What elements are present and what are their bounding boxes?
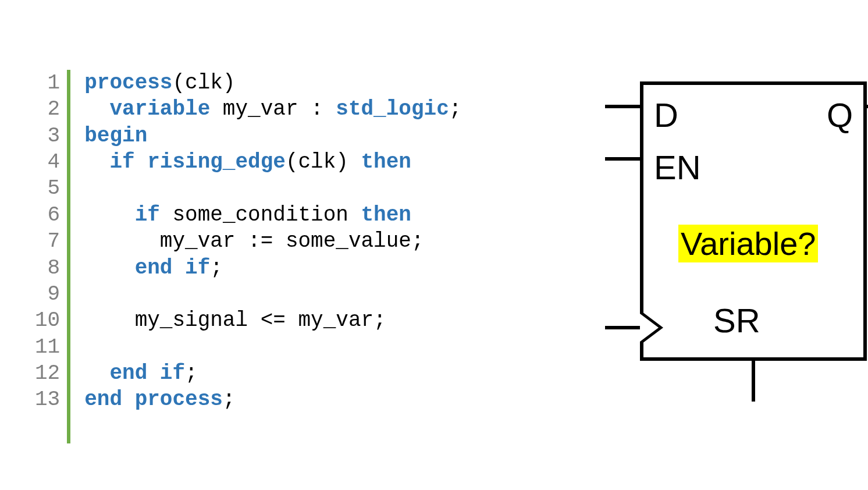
line-number: 5 bbox=[35, 175, 60, 201]
code-line: end if; bbox=[84, 360, 461, 386]
keyword-token: end if bbox=[135, 256, 211, 280]
line-number: 2 bbox=[35, 96, 60, 122]
code-token: ; bbox=[223, 388, 236, 411]
line-number: 1 bbox=[35, 70, 60, 96]
code-token: ; bbox=[449, 97, 462, 121]
line-number: 3 bbox=[35, 123, 60, 149]
code-line: if some_condition then bbox=[84, 202, 461, 228]
line-number-gutter: 12345678910111213 bbox=[35, 70, 70, 443]
code-token bbox=[84, 150, 109, 174]
code-panel: 12345678910111213 process(clk) variable … bbox=[35, 70, 541, 443]
keyword-token: then bbox=[361, 150, 411, 174]
keyword-token: begin bbox=[84, 124, 147, 148]
code-token: (clk) bbox=[172, 71, 235, 95]
code-token: (clk) bbox=[286, 150, 361, 174]
keyword-token: process bbox=[84, 71, 172, 95]
code-token bbox=[84, 203, 134, 227]
code-line: end process; bbox=[84, 386, 461, 413]
code-line: if rising_edge(clk) then bbox=[84, 149, 461, 175]
wire-d bbox=[605, 105, 640, 108]
line-number: 13 bbox=[35, 386, 60, 413]
keyword-token: variable bbox=[109, 97, 210, 121]
code-line: variable my_var : std_logic; bbox=[84, 96, 461, 122]
line-number: 6 bbox=[35, 202, 60, 228]
code-line: process(clk) bbox=[84, 70, 461, 96]
keyword-token: if bbox=[135, 203, 160, 227]
line-number: 8 bbox=[35, 255, 60, 281]
code-line: begin bbox=[84, 123, 461, 149]
keyword-token: if rising_edge bbox=[109, 150, 285, 174]
clock-edge-icon-fill bbox=[640, 314, 659, 342]
code-line bbox=[84, 281, 461, 307]
slide-container: 12345678910111213 process(clk) variable … bbox=[0, 0, 868, 490]
flipflop-box: D Q EN Variable? SR bbox=[640, 81, 867, 361]
code-line bbox=[84, 334, 461, 360]
line-number: 10 bbox=[35, 307, 60, 333]
keyword-token: then bbox=[361, 203, 411, 227]
flipflop-diagram: D Q EN Variable? SR bbox=[541, 70, 833, 443]
port-label-sr: SR bbox=[713, 301, 760, 340]
code-line bbox=[84, 175, 461, 201]
port-label-d: D bbox=[654, 95, 678, 134]
line-number: 12 bbox=[35, 360, 60, 386]
line-number: 4 bbox=[35, 149, 60, 175]
code-token bbox=[84, 361, 109, 385]
code-token: ; bbox=[210, 256, 223, 280]
wire-sr bbox=[752, 361, 755, 402]
wire-en bbox=[605, 157, 640, 161]
keyword-token: end if bbox=[109, 361, 185, 385]
keyword-token: end process bbox=[84, 388, 223, 411]
code-body: process(clk) variable my_var : std_logic… bbox=[70, 70, 461, 443]
code-token: my_var := some_value; bbox=[84, 229, 424, 253]
line-number: 11 bbox=[35, 334, 60, 360]
code-line: my_signal <= my_var; bbox=[84, 307, 461, 333]
code-line: my_var := some_value; bbox=[84, 228, 461, 254]
code-token: some_condition bbox=[160, 203, 361, 227]
line-number: 7 bbox=[35, 228, 60, 254]
port-label-en: EN bbox=[654, 148, 701, 187]
highlight-variable: Variable? bbox=[678, 225, 818, 262]
code-token bbox=[84, 97, 109, 121]
keyword-token: std_logic bbox=[336, 97, 449, 121]
code-line: end if; bbox=[84, 255, 461, 281]
code-token: my_signal <= my_var; bbox=[84, 308, 386, 332]
port-label-q: Q bbox=[827, 95, 853, 134]
code-token: ; bbox=[185, 361, 198, 385]
wire-clk bbox=[605, 326, 640, 329]
line-number: 9 bbox=[35, 281, 60, 307]
code-token bbox=[84, 256, 134, 280]
code-token: my_var : bbox=[210, 97, 336, 121]
